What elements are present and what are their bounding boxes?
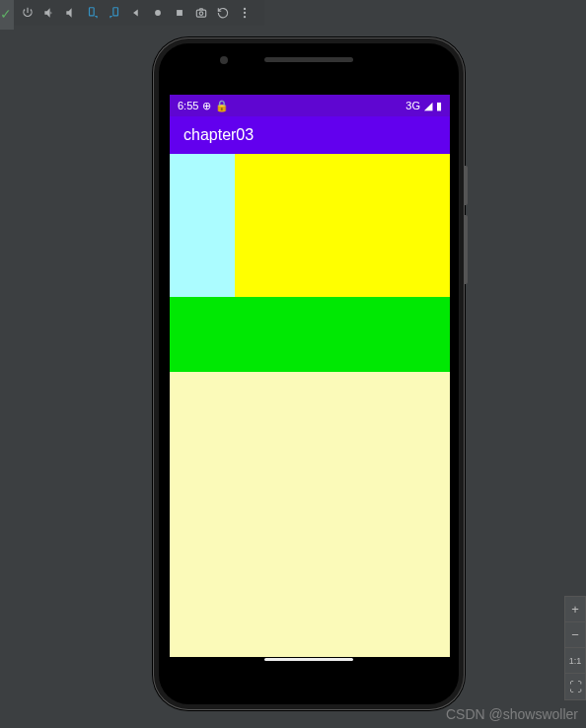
volume-down-icon[interactable] bbox=[61, 3, 81, 23]
pale-yellow-block bbox=[170, 372, 450, 657]
reset-icon[interactable] bbox=[213, 3, 233, 23]
rotate-left-icon[interactable] bbox=[83, 3, 103, 23]
check-icon: ✓ bbox=[0, 6, 12, 22]
home-indicator[interactable] bbox=[264, 658, 353, 661]
battery-icon: ▮ bbox=[436, 100, 442, 112]
phone-bezel: 6:55 ⊕ 🔒 3G ◢ ▮ chapter03 bbox=[159, 43, 459, 704]
phone-frame: 6:55 ⊕ 🔒 3G ◢ ▮ chapter03 bbox=[153, 37, 465, 710]
yellow-block bbox=[235, 154, 450, 297]
debug-icon: ⊕ bbox=[202, 100, 211, 112]
emulator-toolbar bbox=[14, 0, 264, 26]
svg-rect-4 bbox=[196, 10, 205, 17]
speaker-grille bbox=[264, 57, 353, 62]
app-content bbox=[170, 154, 450, 657]
rotate-right-icon[interactable] bbox=[105, 3, 124, 23]
svg-point-8 bbox=[244, 16, 246, 18]
layout-row-1 bbox=[170, 154, 450, 297]
side-button bbox=[465, 166, 468, 205]
app-bar: chapter03 bbox=[170, 116, 450, 154]
cyan-block bbox=[170, 154, 235, 297]
zoom-panel: + − 1:1 ⛶ bbox=[564, 596, 586, 700]
svg-point-6 bbox=[244, 8, 246, 10]
more-icon[interactable] bbox=[235, 3, 255, 23]
svg-rect-0 bbox=[90, 8, 95, 16]
watermark: CSDN @showswoller bbox=[446, 706, 578, 722]
home-icon[interactable] bbox=[148, 3, 168, 23]
device-screen[interactable]: 6:55 ⊕ 🔒 3G ◢ ▮ chapter03 bbox=[170, 95, 450, 657]
screenshot-icon[interactable] bbox=[191, 3, 211, 23]
back-icon[interactable] bbox=[126, 3, 146, 23]
app-title: chapter03 bbox=[183, 126, 254, 144]
green-block bbox=[170, 297, 450, 372]
svg-point-7 bbox=[244, 12, 246, 14]
zoom-actual-button[interactable]: 1:1 bbox=[565, 648, 585, 674]
svg-point-5 bbox=[199, 12, 203, 15]
side-button bbox=[465, 215, 468, 284]
signal-icon: ◢ bbox=[424, 100, 432, 112]
zoom-in-button[interactable]: + bbox=[565, 597, 585, 622]
zoom-out-button[interactable]: − bbox=[565, 622, 585, 648]
svg-rect-3 bbox=[177, 10, 183, 16]
zoom-frame-button[interactable]: ⛶ bbox=[565, 674, 585, 699]
volume-up-icon[interactable] bbox=[39, 3, 59, 23]
power-icon[interactable] bbox=[18, 3, 37, 23]
gutter: ✓ bbox=[0, 0, 14, 30]
lock-icon: 🔒 bbox=[215, 100, 229, 112]
network-label: 3G bbox=[405, 100, 420, 111]
svg-point-2 bbox=[155, 10, 161, 16]
overview-icon[interactable] bbox=[170, 3, 189, 23]
android-status-bar: 6:55 ⊕ 🔒 3G ◢ ▮ bbox=[170, 95, 450, 116]
svg-rect-1 bbox=[113, 8, 118, 16]
clock-text: 6:55 bbox=[178, 100, 198, 111]
camera-dot bbox=[220, 56, 228, 64]
